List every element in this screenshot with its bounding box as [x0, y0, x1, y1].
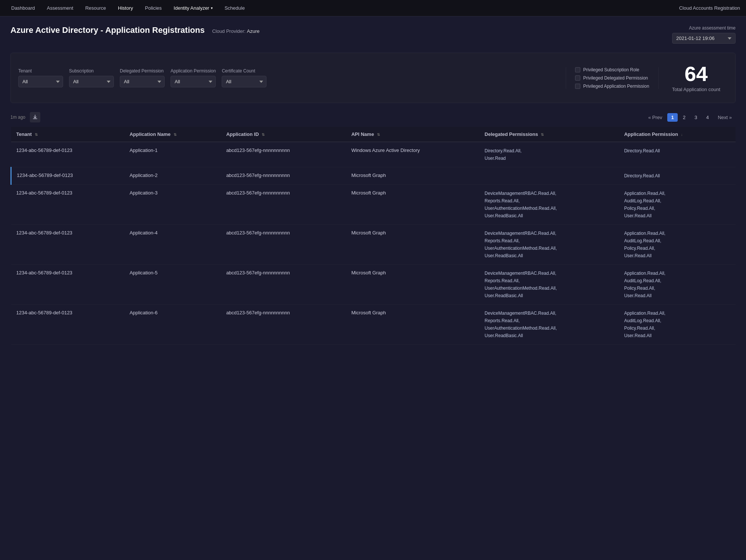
nav-item-identity-analyzer[interactable]: Identity Analyzer ▾ [168, 2, 218, 14]
tenant-filter-group: Tenant All [18, 68, 63, 87]
privileged-delegated-label: Privileged Delegated Permission [583, 75, 648, 81]
privileged-delegated-checkbox-row[interactable]: Privileged Delegated Permission [575, 75, 649, 81]
table-row: 1234-abc-56789-def-0123Application-4abcd… [11, 225, 736, 265]
applications-table: Tenant ⇅ Application Name ⇅ Application … [10, 127, 736, 345]
privileged-delegated-checkbox[interactable] [575, 75, 580, 81]
application-name-column-header[interactable]: Application Name ⇅ [124, 127, 221, 142]
page-3-button[interactable]: 3 [691, 113, 701, 122]
privileged-subscription-checkbox[interactable] [575, 67, 580, 72]
nav-item-policies[interactable]: Policies [140, 2, 167, 14]
nav-item-history[interactable]: History [113, 2, 138, 14]
permission-item: Application.Read.All, [624, 230, 730, 237]
total-count-label: Total Application count [672, 87, 720, 92]
identity-analyzer-label: Identity Analyzer [174, 5, 209, 11]
delegated-permission-filter-group: Delegated Permission All [120, 68, 165, 87]
permission-item: User.Read.All [624, 332, 730, 339]
tenant-cell: 1234-abc-56789-def-0123 [11, 142, 125, 167]
application-id-column-header[interactable]: Application ID ⇅ [221, 127, 346, 142]
table-row: 1234-abc-56789-def-0123Application-6abcd… [11, 305, 736, 345]
certificate-count-filter-group: Certificate Count All [222, 68, 266, 87]
application-permission-column-header[interactable]: Application Permission ↓ [619, 127, 736, 142]
privileged-application-checkbox[interactable] [575, 84, 580, 89]
nav-item-resource[interactable]: Resource [80, 2, 111, 14]
permission-item: User.ReadBasic.All [485, 292, 614, 299]
page-4-button[interactable]: 4 [702, 113, 712, 122]
assessment-time-select[interactable]: 2021-01-12 19:06 [672, 33, 736, 44]
permission-item: DeviceManagementRBAC.Read.All, [485, 230, 614, 237]
permission-item: DeviceManagementRBAC.Read.All, [485, 190, 614, 197]
app-id-cell: abcd123-567efg-nnnnnnnnnn [221, 305, 346, 345]
subscription-filter-group: Subscription All [69, 68, 114, 87]
app-name-cell: Application-4 [124, 225, 221, 265]
api-name-cell: Microsoft Graph [346, 305, 479, 345]
permission-item: Reports.Read.All, [485, 277, 614, 284]
tenant-column-header[interactable]: Tenant ⇅ [11, 127, 125, 142]
api-name-column-header[interactable]: API Name ⇅ [346, 127, 479, 142]
delegated-permissions-cell: DeviceManagementRBAC.Read.All,Reports.Re… [480, 185, 619, 225]
app-permission-cell: Directory.Read.All [619, 167, 736, 185]
dropdown-chevron-icon: ▾ [211, 6, 213, 10]
permission-item: Policy.Read.All, [624, 245, 730, 252]
delegated-permissions-cell: Directory.Read.All,User.Read [480, 142, 619, 167]
delegated-permission-filter-select[interactable]: All [120, 76, 165, 87]
nav-item-assessment[interactable]: Assessment [42, 2, 79, 14]
nav-items: Dashboard Assessment Resource History Po… [6, 2, 679, 14]
api-name-cell: Microsoft Graph [346, 185, 479, 225]
permission-item: Policy.Read.All, [624, 205, 730, 212]
table-body: 1234-abc-56789-def-0123Application-1abcd… [11, 142, 736, 345]
application-permission-filter-select[interactable]: All [171, 76, 216, 87]
app-permission-cell: Directory.Read.All [619, 142, 736, 167]
api-name-cell: Microsoft Graph [346, 265, 479, 305]
tenant-filter-select[interactable]: All [18, 76, 63, 87]
permission-item: User.ReadBasic.All [485, 212, 614, 219]
privileged-application-label: Privileged Application Permission [583, 84, 649, 89]
delegated-sort-icon: ⇅ [541, 133, 544, 137]
app-id-sort-icon: ⇅ [262, 133, 265, 137]
table-row: 1234-abc-56789-def-0123Application-3abcd… [11, 185, 736, 225]
app-name-cell: Application-6 [124, 305, 221, 345]
tenant-cell: 1234-abc-56789-def-0123 [11, 225, 125, 265]
table-row: 1234-abc-56789-def-0123Application-1abcd… [11, 142, 736, 167]
permission-item: User.Read [485, 155, 614, 162]
app-name-cell: Application-5 [124, 265, 221, 305]
next-page-button[interactable]: Next » [714, 113, 736, 122]
permission-item: Directory.Read.All [624, 147, 730, 154]
delegated-permissions-column-header[interactable]: Delegated Permissions ⇅ [480, 127, 619, 142]
app-id-cell: abcd123-567efg-nnnnnnnnnn [221, 167, 346, 185]
total-count-number: 64 [684, 63, 708, 84]
delegated-permission-filter-label: Delegated Permission [120, 68, 165, 74]
privileged-application-checkbox-row[interactable]: Privileged Application Permission [575, 84, 649, 89]
filters-dropdowns: Tenant All Subscription All Delegated Pe… [18, 68, 560, 87]
certificate-count-filter-select[interactable]: All [222, 76, 266, 87]
permission-item: User.Read.All [624, 292, 730, 299]
subscription-filter-select[interactable]: All [69, 76, 114, 87]
prev-page-button[interactable]: « Prev [644, 113, 666, 122]
cloud-provider-label: Cloud Provider: [212, 28, 246, 34]
app-permission-cell: Application.Read.All,AuditLog.Read.All,P… [619, 305, 736, 345]
nav-item-schedule[interactable]: Schedule [219, 2, 250, 14]
table-toolbar: 1m ago « Prev 1 2 3 4 Next » [10, 111, 736, 124]
tenant-sort-icon: ⇅ [35, 133, 38, 137]
nav-item-dashboard[interactable]: Dashboard [6, 2, 40, 14]
pagination: « Prev 1 2 3 4 Next » [644, 113, 736, 122]
permission-item: Application.Read.All, [624, 270, 730, 277]
api-name-cell: Windows Azure Active Directory [346, 142, 479, 167]
application-permission-filter-group: Application Permission All [171, 68, 216, 87]
page-2-button[interactable]: 2 [679, 113, 689, 122]
permission-item: AuditLog.Read.All, [624, 277, 730, 284]
permission-item: DeviceManagementRBAC.Read.All, [485, 310, 614, 317]
top-navigation: Dashboard Assessment Resource History Po… [0, 0, 746, 16]
permission-item: AuditLog.Read.All, [624, 317, 730, 324]
permission-item: AuditLog.Read.All, [624, 237, 730, 244]
app-id-cell: abcd123-567efg-nnnnnnnnnn [221, 142, 346, 167]
page-1-button[interactable]: 1 [667, 113, 677, 122]
app-perm-sort-icon: ↓ [681, 133, 683, 137]
cloud-accounts-registration-link[interactable]: Cloud Accounts Registration [679, 5, 740, 11]
privileged-subscription-checkbox-row[interactable]: Privileged Subscription Role [575, 67, 649, 72]
toolbar-left: 1m ago [10, 112, 40, 122]
download-button[interactable] [30, 112, 40, 122]
filters-checkboxes: Privileged Subscription Role Privileged … [566, 67, 659, 89]
certificate-count-filter-label: Certificate Count [222, 68, 266, 74]
permission-item: UserAuthenticationMethod.Read.All, [485, 285, 614, 292]
api-name-sort-icon: ⇅ [377, 133, 380, 137]
